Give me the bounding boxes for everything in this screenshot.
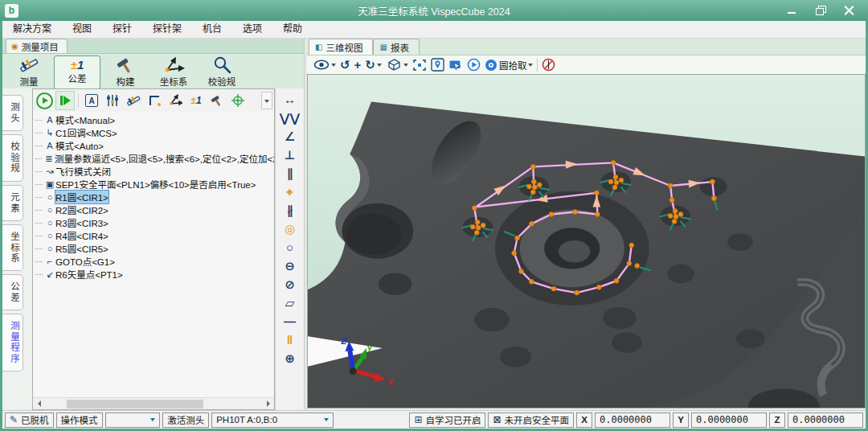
roundness-icon[interactable]: ○ (279, 238, 301, 257)
self-learn-status[interactable]: ⊞ 自学习已开启 (409, 413, 485, 428)
tree-item-icon: A (44, 115, 55, 125)
eye-icon (313, 59, 330, 71)
maximize-button[interactable] (815, 6, 826, 15)
scroll-thumb[interactable] (67, 400, 203, 408)
minimize-button[interactable] (786, 6, 797, 15)
select-mode-button[interactable] (448, 57, 463, 73)
tree-item-r3-circle[interactable]: ○ R3圆<CIR3> (33, 216, 274, 229)
side-tab[interactable]: 测头 (2, 95, 23, 131)
menu-item[interactable]: 帮助 (272, 21, 313, 38)
angularity-icon[interactable]: ∠ (279, 127, 301, 146)
side-tab[interactable]: 校验规 (2, 134, 23, 182)
profile-icon[interactable]: ⋁⋁ (279, 109, 301, 127)
coord-axis-label: Z (769, 413, 785, 428)
safety-plane-status[interactable]: ⊠ 未开启安全平面 (488, 413, 574, 428)
coordsys-button[interactable]: 坐标系 (150, 55, 197, 89)
tree-item-mode-manual[interactable]: A 模式<Manual> (33, 113, 274, 126)
menu-item[interactable]: 视图 (62, 21, 102, 38)
concentricity-icon[interactable]: ◎ (279, 220, 301, 238)
tolerance-button[interactable]: ±1 公差 (54, 55, 100, 89)
auto-label-button[interactable]: A (82, 91, 101, 110)
tab-3d-view[interactable]: ◧ 三维视图 (309, 39, 373, 55)
tab-report[interactable]: ▦ 报表 (373, 39, 419, 55)
pan-button[interactable]: + (354, 57, 362, 73)
coord-group: Z 0.0000000 (769, 413, 863, 428)
coordinate-readout: ⊠ 未开启安全平面 X 0.0000000 Y 0.0000000 Z 0.00… (488, 413, 863, 428)
side-tab[interactable]: 公差 (2, 274, 23, 310)
side-tab[interactable]: 元素 (2, 185, 23, 221)
construct-small-button[interactable] (207, 91, 227, 110)
cylindricity-icon[interactable]: ⊖ (279, 257, 301, 275)
op-mode-select[interactable] (105, 413, 161, 428)
hud-disable-button[interactable] (542, 57, 555, 73)
coord-value: 0.0000000 (691, 413, 767, 428)
tree-item-safety-plane[interactable]: ▣ SEP1安全平面<PLN1>偏移<10>是否启用<True> (33, 178, 274, 191)
scroll-left-arrow[interactable] (33, 399, 44, 409)
menu-item[interactable]: 解决方案 (2, 21, 62, 38)
axes-icon (168, 94, 182, 107)
orbit-button[interactable]: ↺ (340, 57, 350, 73)
tree-item-label: R2圆<CIR2> (55, 203, 108, 216)
run-button[interactable] (35, 91, 54, 110)
symmetry-icon[interactable]: ∦ (279, 201, 301, 220)
coordsys-small-button[interactable] (166, 91, 185, 110)
straightness-icon[interactable]: — (279, 312, 301, 330)
circle-pick-dropdown[interactable]: 圆拾取 (485, 57, 534, 73)
tree-item-r2-circle[interactable]: ○ R2圆<CIR2> (33, 203, 274, 216)
tree-item-label: R3圆<CIR3> (55, 216, 108, 229)
probe-select[interactable]: PH10T A:0,B:0 (211, 413, 334, 428)
coord-value: 0.0000000 (788, 413, 863, 428)
parallelism-icon[interactable]: ∥ (279, 164, 301, 183)
parallel-bars-icon[interactable]: ‖ (279, 330, 301, 349)
side-tab[interactable]: 坐标系 (2, 224, 23, 272)
tree-item-goto-point[interactable]: ⌐ GOTO点<G1> (33, 255, 274, 268)
flatness-icon[interactable]: ▱ (279, 293, 301, 312)
tree-item-mode-auto[interactable]: A 模式<Auto> (33, 139, 274, 152)
caliper-icon (18, 56, 40, 74)
tree-item-r4-circle[interactable]: ○ R4圆<CIR4> (33, 229, 274, 242)
gauge-button[interactable]: 校验规 (199, 55, 245, 89)
scroll-right-arrow[interactable] (263, 399, 274, 409)
compass-icon (231, 93, 245, 108)
menu-item[interactable]: 探针架 (142, 21, 192, 38)
step-run-button[interactable] (55, 91, 75, 110)
tree-item-r1-circle[interactable]: ○ R1圆<CIR1> (33, 191, 274, 203)
construct-button[interactable]: 构建 (102, 55, 149, 89)
locate-button[interactable] (431, 57, 444, 73)
tab-measure-project[interactable]: ◉ 测量项目 (6, 39, 68, 53)
rotate-view-button[interactable]: ↻ (365, 57, 382, 73)
hammer-icon (210, 94, 224, 107)
position-icon[interactable]: ⌖ (279, 183, 301, 201)
close-button[interactable] (844, 6, 855, 15)
play-view-button[interactable] (467, 57, 481, 73)
side-tab[interactable]: 测量程序 (2, 314, 23, 371)
tree-item-r5-circle[interactable]: ○ R5圆<CIR5> (33, 242, 274, 255)
eye-view-button[interactable] (313, 57, 336, 73)
measure-element-button[interactable] (124, 91, 143, 110)
no-entry-icon (542, 58, 555, 72)
3d-viewport[interactable]: X Y Z (307, 74, 866, 408)
tree-item-label: 测量参数逼近<5>,回退<5>,搜索<6>,定位<2>,定位加<2>,测量 (55, 152, 274, 165)
params-button[interactable] (103, 91, 122, 110)
toolbar-overflow-button[interactable] (261, 92, 272, 109)
menu-item[interactable]: 选项 (232, 21, 272, 38)
goto-button[interactable] (145, 91, 164, 110)
measure-button[interactable]: 测量 (6, 55, 52, 89)
perpendicularity-icon[interactable]: ⊥ (279, 146, 301, 164)
runout-icon[interactable]: ⊘ (279, 275, 301, 293)
total-runout-icon[interactable]: ⊕ (279, 349, 301, 367)
horizontal-scrollbar[interactable] (33, 397, 274, 409)
tree-item-measure-params[interactable]: ≣ 测量参数逼近<5>,回退<5>,搜索<6>,定位<2>,定位加<2>,测量 (33, 152, 274, 165)
view-axis-button[interactable] (228, 91, 248, 110)
menu-item[interactable]: 探针 (102, 21, 142, 38)
tree-item-r6-vector-point[interactable]: ↙ R6矢量点<PT1> (33, 268, 274, 281)
fit-view-button[interactable] (412, 57, 427, 73)
tolerance-small-button[interactable]: ±1 (186, 91, 206, 110)
tree-item-fly-mode[interactable]: ↝ 飞行模式关闭 (33, 165, 274, 178)
program-toolbar: A (33, 89, 274, 113)
cube-view-button[interactable] (386, 57, 408, 73)
distance-icon[interactable]: ↔ (279, 90, 301, 109)
tree-item-c1-recall[interactable]: ↳ C1回调<MCS> (33, 126, 274, 139)
tree-item-label: R4圆<CIR4> (55, 229, 108, 242)
menu-item[interactable]: 机台 (192, 21, 232, 38)
